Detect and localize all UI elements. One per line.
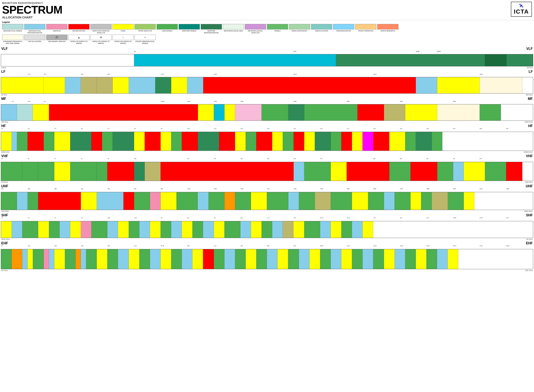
segment-13 [225, 192, 235, 210]
segment-12 [97, 249, 107, 269]
segment-9 [113, 132, 134, 151]
segment-7 [155, 77, 171, 93]
segment-27 [432, 192, 448, 210]
segment-37 [363, 249, 373, 269]
uhf-freq-range: 300 MHz 3000 MHz [1, 210, 533, 213]
segment-1 [44, 77, 65, 93]
segment-23 [304, 132, 315, 151]
segment-19 [256, 132, 272, 151]
vlf-ticks: 10 14.0 19.95 20.05 [1, 51, 533, 54]
segment-22 [294, 132, 304, 151]
legend2-item-3: ▲ SATELLITE (EARTH TO SPACE) [68, 35, 89, 44]
legend-label-9: MARITIME RADIONAVIGATION [201, 30, 222, 34]
band-lf-header: LF LF [1, 70, 533, 74]
segment-2 [65, 77, 81, 93]
segment-11 [145, 132, 161, 151]
segment-4 [81, 192, 97, 210]
segment-12 [384, 104, 405, 121]
ehf-freq-end: 300 GHz [525, 269, 533, 271]
legend-item-14: RADIOLOCATION [311, 24, 332, 32]
band-shf-label-left: SHF [1, 213, 8, 217]
segment-6 [129, 77, 155, 93]
vhf-ticks: 30 37 47 74 76 100 117 137 143 146 148 1… [1, 158, 533, 162]
legend-item-13: RADIO ASTRONOMY [289, 24, 310, 32]
segment-22 [368, 192, 384, 210]
band-hf: HF HF 3.0 4.0 5.0 6.0 7.0 8.0 9.0 10.0 1… [1, 124, 533, 153]
legend-swatch-6 [135, 24, 156, 29]
band-shf: SHF SHF 3.0 3.4 4.2 5.0 5.83 7.25 8.0 8.… [1, 213, 533, 241]
lf-freq-start: 30 kHz [1, 94, 7, 96]
band-vhf-label-left: VHF [1, 154, 8, 158]
band-uhf-label-left: UHF [1, 184, 8, 188]
legend-row1: AERONAUTICAL MOBILE AERONAUTICAL RADIONA… [2, 24, 532, 34]
segment-10 [81, 249, 86, 269]
segment-7 [91, 132, 102, 151]
band-uhf-label-right: UHF [526, 184, 533, 188]
segment-32 [309, 249, 320, 269]
segment-0 [1, 221, 12, 238]
segment-0 [1, 54, 134, 66]
legend2-item-1: NOT ALLOCATED [24, 35, 45, 42]
segment-29 [331, 221, 341, 238]
segment-10 [294, 162, 304, 181]
band-ehf-header: EHF EHF [1, 241, 533, 245]
segment-27 [352, 132, 363, 151]
segment-36 [352, 249, 363, 269]
legend2-item-2: /// SECONDARY SERVICE [46, 35, 67, 42]
segment-15 [198, 132, 219, 151]
segment-5 [97, 162, 107, 181]
segment-30 [341, 221, 352, 238]
segment-21 [192, 249, 203, 269]
ehf-ticks: 30 32.0 36.0 40.0 46.0 51.4 55.78 66.0 7… [1, 245, 533, 249]
legend-swatch-11 [245, 24, 266, 29]
segment-2 [28, 192, 38, 210]
vlf-freq-end: 30 kHz [527, 67, 533, 69]
legend-item-11: METEOROLOGICAL SATELLITE [245, 24, 266, 34]
band-vlf-label-right: VLF [526, 47, 533, 51]
band-vhf-header: VHF VHF [1, 154, 533, 158]
segment-16 [182, 221, 192, 238]
legend-label-10: METEOROLOGICAL AIDS [224, 30, 243, 32]
segment-33 [320, 249, 331, 269]
segment-14 [182, 132, 198, 151]
header-alloc: ALLOCATION CHART [2, 16, 507, 19]
segment-4 [97, 77, 113, 93]
shf-bar [1, 221, 533, 238]
segment-10 [118, 221, 129, 238]
segment-39 [384, 249, 395, 269]
segment-13 [480, 77, 522, 93]
segment-1 [17, 104, 33, 121]
segment-28 [320, 221, 331, 238]
segment-31 [405, 132, 416, 151]
segment-13 [107, 249, 118, 269]
segment-18 [203, 221, 214, 238]
legend-item-17: SPACE RESEARCH [377, 24, 398, 32]
legend-item-10: METEOROLOGICAL AIDS [223, 24, 244, 32]
segment-21 [240, 221, 251, 238]
segment-28 [363, 132, 373, 151]
segment-2 [33, 104, 49, 121]
segment-19 [315, 192, 331, 210]
band-hf-label-right: HF [528, 124, 533, 128]
legend2-item-5: ↕ SATELLITE (SPACE TO SPACE) [112, 35, 134, 44]
uhf-freq-end: 3000 MHz [524, 210, 533, 212]
segment-4 [506, 54, 533, 66]
uhf-ticks: 300 390 399 420 450 862 960 1215 1300 14… [1, 188, 533, 192]
hf-ticks: 3.0 4.0 5.0 6.0 7.0 8.0 9.0 10.0 11.0 12… [1, 128, 533, 132]
segment-17 [192, 221, 203, 238]
segment-4 [49, 221, 60, 238]
hf-freq-start: 3000 kHz [1, 151, 9, 153]
uhf-freq-start: 300 MHz [1, 210, 9, 212]
mf-bar [1, 104, 533, 121]
legend-swatch-2 [46, 24, 67, 29]
header: MAURITIAN RADIOFREQUENCY SPECTRUM ALLOCA… [0, 0, 534, 20]
segment-4 [198, 104, 214, 121]
segment-14 [118, 249, 129, 269]
segment-3 [38, 221, 49, 238]
segment-11 [86, 249, 97, 269]
header-title: SPECTRUM [2, 4, 507, 15]
legend-label: Legend [2, 21, 532, 23]
legend-item-1: AERONAUTICAL RADIONAVIGATION [24, 24, 45, 34]
segment-29 [373, 132, 389, 151]
legend-swatch-3 [68, 24, 89, 29]
